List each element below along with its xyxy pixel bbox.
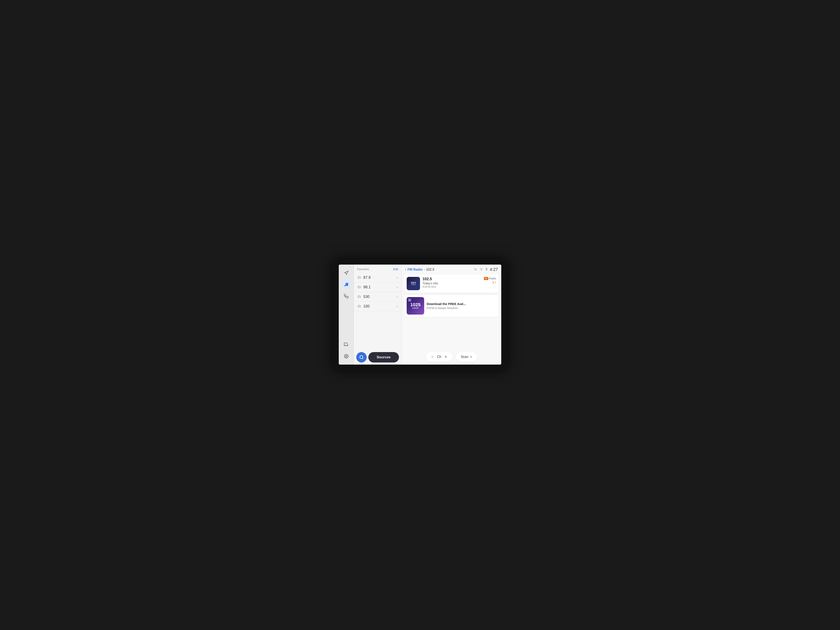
svg-point-3	[345, 345, 346, 346]
drag-handle-98.1: ≡	[396, 286, 398, 289]
heart-button[interactable]: ♡	[493, 285, 496, 290]
ad-logo: ▲ 1025 KSFM	[407, 297, 424, 314]
svg-point-25	[475, 270, 475, 270]
sidebar-item-phone[interactable]	[341, 291, 351, 301]
header-frequency: 102.5	[426, 268, 434, 272]
svg-point-22	[360, 355, 363, 359]
ad-logo-content: 1025 KSFM	[411, 303, 421, 309]
ch-label: Ch	[436, 355, 442, 359]
favorites-panel: Favorites Edit 87.9 ≡	[354, 265, 402, 365]
back-button[interactable]: ‹	[405, 267, 406, 272]
ad-logo-station: KSFM	[411, 307, 421, 309]
radio-icon-100	[357, 305, 361, 308]
svg-point-5	[346, 355, 347, 357]
now-playing-station-id: KSFM-HD1	[423, 285, 482, 288]
search-button[interactable]	[356, 352, 367, 363]
radio-title: FM Radio	[407, 268, 423, 272]
channel-plus-button[interactable]: +	[442, 355, 449, 359]
now-playing-card[interactable]: 102.5 KSFM 102.5 Today's Hits KSFM-HD1 H…	[404, 275, 499, 293]
svg-point-1	[344, 285, 346, 286]
now-playing-show: Today's Hits	[423, 282, 482, 285]
station-freq-87.9: 87.9	[363, 275, 395, 280]
bottom-buttons: Sources	[354, 350, 401, 365]
time-display: 4:27	[490, 267, 498, 272]
hd-num-2[interactable]: 2	[495, 281, 496, 284]
sidebar-item-music[interactable]	[341, 279, 351, 290]
top-bar-right: 4:27	[474, 267, 498, 272]
drag-handle-530: ≡	[396, 295, 398, 298]
svg-point-15	[358, 296, 359, 297]
bluetooth-icon	[485, 267, 488, 272]
favorites-title: Favorites	[357, 267, 369, 271]
drag-handle-87.9: ≡	[396, 276, 398, 279]
now-playing-right: HD Radio 1 2 ♡	[484, 277, 496, 290]
radio-icon-98.1	[357, 285, 361, 289]
now-playing-info: 102.5 Today's Hits KSFM-HD1	[423, 277, 482, 288]
top-bar-left: ‹ FM Radio • 102.5	[405, 267, 434, 272]
radio-text: Radio	[489, 277, 496, 280]
svg-point-2	[347, 285, 348, 286]
svg-marker-0	[344, 271, 348, 275]
ad-info: Download the FREE Aud... KSFM is Always …	[427, 302, 496, 309]
ad-card[interactable]: ▲ 1025 KSFM Download the FREE Aud... KSF…	[404, 295, 499, 317]
now-playing-freq: 102.5	[423, 277, 482, 281]
ad-subtitle: KSFM is Always Streamin...	[427, 306, 496, 309]
drag-handle-100: ≡	[396, 305, 398, 308]
ad-logo-icon: ▲	[408, 298, 411, 302]
station-freq-100: 100	[363, 304, 395, 308]
hd-icon: HD	[484, 277, 488, 280]
station-item-530[interactable]: 530 ≡	[354, 292, 401, 302]
svg-point-11	[358, 287, 359, 287]
channel-minus-button[interactable]: −	[429, 355, 436, 359]
edit-button[interactable]: Edit	[393, 267, 398, 271]
header-dot: •	[424, 268, 425, 271]
top-bar: ‹ FM Radio • 102.5	[402, 265, 501, 273]
ad-logo-number: 1025	[411, 303, 421, 307]
station-item-98.1[interactable]: 98.1 ≡	[354, 283, 401, 292]
favorites-header: Favorites Edit	[354, 265, 401, 273]
station-item-87.9[interactable]: 87.9 ≡	[354, 273, 401, 283]
station-logo: 102.5 KSFM	[407, 277, 420, 290]
svg-point-19	[358, 306, 359, 307]
svg-point-7	[358, 277, 359, 278]
station-list: 87.9 ≡ 98.1 ≡	[354, 273, 401, 350]
sources-button[interactable]: Sources	[368, 352, 399, 363]
station-freq-530: 530	[363, 295, 395, 299]
main-bottom-controls: − Ch + Scan	[402, 319, 501, 365]
svg-point-4	[347, 345, 347, 346]
svg-line-23	[362, 358, 363, 359]
ad-title: Download the FREE Aud...	[427, 302, 496, 306]
station-freq-98.1: 98.1	[363, 285, 395, 289]
logo-station-small: KSFM	[411, 284, 416, 286]
scan-indicator	[470, 356, 472, 358]
sidebar-item-settings[interactable]	[341, 351, 351, 361]
radio-icon	[357, 276, 361, 280]
scan-button[interactable]: Scan	[456, 352, 477, 362]
hd-numbers: 1 2	[493, 281, 496, 284]
radio-icon-530	[357, 295, 361, 299]
svg-point-26	[481, 270, 482, 270]
main-content: ‹ FM Radio • 102.5	[402, 265, 501, 365]
scan-label: Scan	[461, 355, 468, 359]
signal-icon	[479, 268, 483, 272]
sidebar	[339, 265, 354, 365]
main-screen: Favorites Edit 87.9 ≡	[339, 265, 501, 365]
hd-num-active[interactable]: 1	[493, 281, 494, 284]
station-item-100[interactable]: 100 ≡	[354, 302, 401, 311]
channel-control: − Ch +	[426, 352, 453, 362]
sidebar-item-navigation[interactable]	[341, 268, 351, 278]
hd-radio-badge: HD Radio	[484, 277, 496, 280]
logo-freq-small: 102.5	[411, 282, 416, 284]
sidebar-item-car[interactable]	[341, 339, 351, 350]
car-bezel: Favorites Edit 87.9 ≡	[333, 260, 507, 370]
no-signal-icon	[474, 268, 477, 272]
